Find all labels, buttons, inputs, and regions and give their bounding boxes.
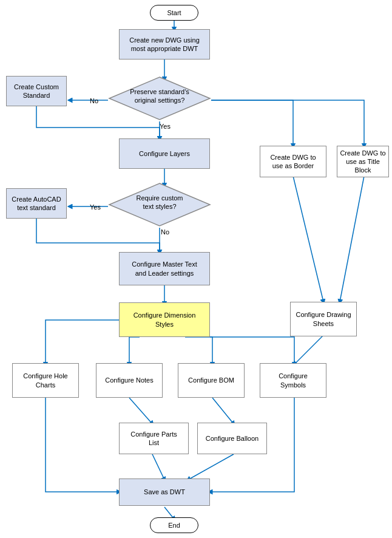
configure-drawing-label: Configure DrawingSheets — [296, 310, 351, 328]
svg-line-11 — [188, 454, 234, 480]
svg-line-15 — [294, 335, 323, 364]
configure-layers-node: Configure Layers — [119, 138, 210, 169]
start-label: Start — [167, 9, 181, 17]
configure-notes-node: Configure Notes — [96, 363, 163, 398]
svg-text:Preserve standard's: Preserve standard's — [130, 88, 189, 95]
configure-bom-label: Configure BOM — [188, 376, 234, 384]
configure-symbols-label: ConfigureSymbols — [279, 372, 308, 389]
configure-symbols-node: ConfigureSymbols — [260, 363, 326, 398]
end-node: End — [150, 517, 198, 533]
flowchart: Start Create new DWG usingmost appropria… — [0, 0, 392, 538]
svg-line-14 — [340, 176, 364, 302]
require-text-diamond: Require custom text styles? — [108, 182, 211, 228]
save-dwt-node: Save as DWT — [119, 478, 210, 506]
create-dwg-label: Create new DWG usingmost appropriate DWT — [129, 36, 200, 53]
svg-text:original  settings?: original settings? — [135, 97, 185, 104]
configure-master-node: Configure Master Textand Leader settings — [119, 252, 210, 285]
svg-line-13 — [293, 176, 323, 302]
end-label: End — [168, 521, 180, 529]
configure-master-label: Configure Master Textand Leader settings — [132, 260, 197, 278]
configure-balloon-node: Configure Balloon — [197, 423, 267, 454]
configure-hole-node: Configure HoleCharts — [12, 363, 79, 398]
preserve-diamond: Preserve standard's original settings? — [108, 76, 211, 121]
configure-drawing-node: Configure DrawingSheets — [290, 302, 357, 336]
create-title-label: Create DWG touse as Title Block — [337, 149, 388, 175]
configure-dim-node: Configure DimensionStyles — [119, 302, 210, 337]
configure-dim-label: Configure DimensionStyles — [133, 311, 196, 329]
configure-layers-label: Configure Layers — [139, 149, 190, 158]
configure-parts-node: Configure PartsList — [119, 423, 189, 454]
configure-balloon-label: Configure Balloon — [206, 434, 259, 443]
svg-line-10 — [152, 454, 164, 480]
create-custom-label: Create CustomStandard — [14, 83, 59, 100]
create-autocad-label: Create AutoCADtext standard — [12, 195, 61, 213]
no-label-text: No — [161, 228, 169, 236]
create-border-node: Create DWG touse as Border — [260, 146, 326, 177]
configure-parts-label: Configure PartsList — [130, 430, 177, 448]
create-dwg-node: Create new DWG usingmost appropriate DWT — [119, 29, 210, 60]
start-node: Start — [150, 5, 198, 21]
create-title-node: Create DWG touse as Title Block — [337, 146, 389, 177]
svg-line-8 — [129, 398, 152, 424]
svg-line-9 — [212, 398, 234, 424]
create-custom-node: Create CustomStandard — [6, 76, 67, 106]
svg-text:Require custom: Require custom — [136, 194, 183, 202]
svg-text:text styles?: text styles? — [143, 203, 176, 210]
configure-hole-label: Configure HoleCharts — [23, 372, 67, 389]
yes-label-preserve: Yes — [160, 123, 171, 130]
no-label-preserve: No — [90, 97, 98, 104]
create-autocad-node: Create AutoCADtext standard — [6, 188, 67, 219]
save-dwt-label: Save as DWT — [144, 488, 185, 496]
yes-label-text: Yes — [90, 203, 101, 211]
create-border-label: Create DWG touse as Border — [270, 153, 316, 171]
configure-notes-label: Configure Notes — [105, 376, 154, 384]
configure-bom-node: Configure BOM — [178, 363, 245, 398]
